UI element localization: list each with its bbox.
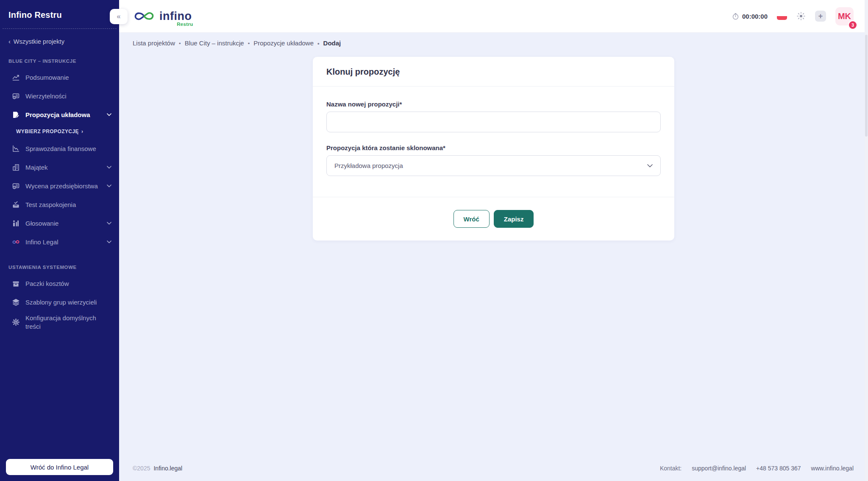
sidebar-item-podsumowanie[interactable]: Podsumowanie [0,68,119,87]
sidebar-item-label: Infino Legal [25,238,58,246]
chevron-down-icon [107,166,111,169]
chevron-down-icon [107,240,111,243]
header-actions: 00:00:00 + MK 3 [732,7,854,25]
card-body: Nazwa nowej propozycji* Propozycja która… [313,87,674,197]
money-check-icon: $ [12,92,20,100]
money-coin-icon: $ [12,182,20,190]
sidebar-subitem-wybierz-propozycje[interactable]: WYBIERZ PROPOZYCJĘ › [0,124,119,139]
infino-infinity-icon [12,238,20,246]
breadcrumb-propozycje-ukladowe[interactable]: Propozycje układowe [248,39,314,47]
footer-left: ©2025 Infino.legal [133,465,182,472]
sidebar-item-label: Wycena przedsiębiorstwa [25,182,98,190]
vertical-scrollbar[interactable] [865,0,868,481]
user-avatar[interactable]: MK 3 [835,7,854,25]
box-icon [12,280,20,288]
footer-brand-link[interactable]: Infino.legal [153,465,182,472]
sidebar-item-label: Głosowanie [25,220,58,227]
sidebar-item-paczki-kosztow[interactable]: Paczki kosztów [0,274,119,293]
sidebar-item-propozycja-ukladowa[interactable]: Propozycja układowa [0,105,119,124]
sidebar-item-glosowanie[interactable]: Głosowanie [0,214,119,232]
select-value: Przykładowa propozycja [334,162,403,169]
sidebar-item-label: Szablony grup wierzycieli [25,299,97,306]
sidebar-item-label: Propozycja układowa [25,111,90,118]
scrollbar-thumb[interactable] [865,35,868,137]
subitem-label: WYBIERZ PROPOZYCJĘ [16,129,79,134]
chevron-down-icon [107,185,111,187]
svg-text:$: $ [14,96,15,98]
contact-phone-link[interactable]: +48 573 805 367 [756,465,801,472]
chevron-down-icon [107,222,111,225]
chevron-right-icon: › [81,129,83,134]
app-window: « Infino Restru ‹ Wszystkie projekty BLU… [0,0,868,481]
back-to-infino-legal-button[interactable]: Wróć do Infino Legal [6,459,113,475]
breadcrumb-blue-city[interactable]: Blue City – instrukcje [179,39,244,47]
chevron-down-icon [107,113,111,116]
theme-sun-icon[interactable] [796,11,806,21]
breadcrumb-current-dodaj: Dodaj [317,39,341,47]
sidebar-item-szablony-grup[interactable]: Szablony grup wierzycieli [0,293,119,311]
sidebar-item-all-projects[interactable]: ‹ Wszystkie projekty [0,29,119,45]
sidebar-item-label: Paczki kosztów [25,280,69,287]
sidebar-item-infino-legal[interactable]: Infino Legal [0,232,119,251]
sidebar: Infino Restru ‹ Wszystkie projekty BLUE … [0,0,119,481]
chevron-left-icon: ‹ [8,38,11,45]
new-proposal-name-input[interactable] [326,112,661,132]
sidebar-item-sprawozdania-finansowe[interactable]: Sprawozdania finansowe [0,139,119,158]
sidebar-item-label: Sprawozdania finansowe [25,145,96,152]
copyright-text: ©2025 [133,465,150,472]
timer-value: 00:00:00 [742,13,768,20]
card-title: Klonuj propozycję [326,67,661,77]
language-flag-poland[interactable] [777,12,787,20]
building-icon [12,163,20,171]
stopwatch-icon [732,13,739,20]
plus-icon: + [818,12,823,20]
logo-sub-label: Restru [177,22,193,27]
ballot-check-icon [12,201,20,209]
flag-red-stripe [777,16,787,20]
logo-word: infinoRestru [159,11,192,22]
content-area: Lista projektów Blue City – instrukcje P… [119,33,868,458]
top-header: infinoRestru 00:00:00 + MK 3 [119,0,868,33]
sidebar-section-system: USTAWIENIA SYSTEMOWE [8,265,111,270]
main-column: infinoRestru 00:00:00 + MK 3 [119,0,868,481]
back-link-label: Wszystkie projekty [14,38,64,45]
chart-down-icon [12,145,20,153]
card-footer: Wróć Zapisz [313,197,674,240]
sidebar-item-wierzytelnosci[interactable]: $ Wierzytelności [0,87,119,105]
sidebar-title: Infino Restru [0,0,119,28]
sidebar-collapse-button[interactable]: « [110,9,128,24]
sidebar-item-wycena-przedsiebiorstwa[interactable]: $ Wycena przedsiębiorstwa [0,176,119,195]
infino-infinity-logo-icon [133,8,156,24]
save-button[interactable]: Zapisz [494,210,534,228]
notification-badge: 3 [848,20,857,30]
field-spacer [326,132,661,144]
chevron-down-icon [647,164,653,168]
breadcrumb: Lista projektów Blue City – instrukcje P… [133,39,854,47]
contact-website-link[interactable]: www.infino.legal [811,465,854,472]
card-header: Klonuj propozycję [313,57,674,87]
sidebar-item-label: Majątek [25,164,48,171]
layers-icon [12,298,20,306]
flag-white-stripe [777,12,787,16]
chart-line-icon [12,73,20,81]
back-button[interactable]: Wróć [453,210,490,228]
session-timer: 00:00:00 [732,13,768,20]
contact-email-link[interactable]: support@infino.legal [692,465,746,472]
chevron-double-left-icon: « [117,12,120,21]
sidebar-item-konfiguracja-tresci[interactable]: Konfiguracja domyślnych treści [0,311,119,333]
sidebar-item-test-zaspokojenia[interactable]: Test zaspokojenia [0,195,119,214]
infino-logo[interactable]: infinoRestru [133,8,192,24]
contact-label: Kontakt: [660,465,682,472]
new-proposal-name-label: Nazwa nowej propozycji* [326,101,661,108]
sidebar-item-majatek[interactable]: Majątek [0,158,119,176]
sidebar-item-label: Test zaspokojenia [25,201,76,208]
add-button[interactable]: + [815,11,826,22]
sidebar-item-label: Konfiguracja domyślnych treści [25,314,103,330]
breadcrumb-lista-projektow[interactable]: Lista projektów [133,39,175,47]
sidebar-item-label: Podsumowanie [25,74,69,81]
clone-source-label: Propozycja która zostanie sklonowana* [326,144,661,151]
vote-people-icon [12,219,20,227]
clone-source-select[interactable]: Przykładowa propozycja [326,155,661,176]
svg-text:$: $ [14,186,15,188]
file-pen-icon [12,111,20,119]
